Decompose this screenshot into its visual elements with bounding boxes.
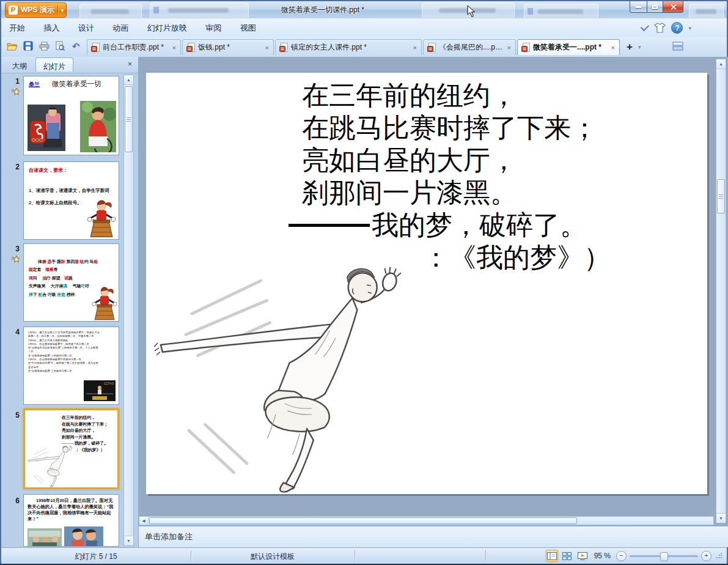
doc-tab-label: 微笑着承受一....ppt *: [533, 42, 608, 53]
slide-thumbnail-1[interactable]: 桑兰 微笑着承受一切: [23, 76, 119, 155]
menu-item-slideshow[interactable]: 幻灯片放映: [139, 18, 195, 34]
main-horizontal-scrollbar[interactable]: ◀: [139, 516, 714, 525]
minimize-button[interactable]: [630, 1, 647, 13]
doc-tab-label: 镇定的女主人课件.ppt *: [291, 42, 410, 53]
menu-item-insert[interactable]: 插入: [35, 18, 67, 34]
scroll-up-icon[interactable]: ▲: [716, 59, 726, 69]
doc-tab-4[interactable]: 《会摇尾巴的....ppt * ×: [423, 39, 516, 55]
vault-girl-clipart: [92, 287, 117, 320]
wps-app-button[interactable]: P WPS 演示 ▾: [5, 2, 67, 18]
tab-close-icon[interactable]: ×: [413, 44, 417, 51]
scroll-down-icon[interactable]: ▼: [124, 536, 133, 545]
photo-sanglan-wheelchair: [80, 101, 116, 152]
menu-item-design[interactable]: 设计: [70, 18, 102, 34]
doc-tab-3[interactable]: 镇定的女主人课件.ppt * ×: [275, 39, 422, 55]
slide-text-block[interactable]: 在三年前的纽约， 在跳马比赛时摔了下来； 亮如白昼的大厅， 刹那间一片漆黑。 我…: [302, 79, 611, 274]
close-button[interactable]: [663, 1, 683, 13]
panel-close-icon[interactable]: ×: [128, 60, 132, 68]
notes-area[interactable]: 单击添加备注: [139, 526, 728, 547]
background-tab-ghost: [79, 4, 142, 18]
tab-close-icon[interactable]: ×: [611, 44, 616, 51]
slide-indicator: 幻灯片 5 / 15: [1, 552, 191, 562]
help-icon[interactable]: ?: [671, 22, 683, 34]
menu-item-animation[interactable]: 动画: [105, 18, 136, 34]
tab-outline[interactable]: 大纲: [5, 59, 34, 73]
zoom-slider[interactable]: [630, 555, 698, 557]
slide-thumbnail-6[interactable]: 1998年10月30日，桑兰出院了。面对无数关心她的人，桑兰带着动人的微笑说：“…: [23, 494, 119, 547]
scroll-left-icon[interactable]: ◀: [139, 517, 149, 525]
menu-item-home[interactable]: 开始: [1, 18, 33, 34]
background-tab-ghost: [524, 4, 598, 18]
doc-tab-2[interactable]: 饭钱.ppt * ×: [182, 39, 274, 55]
wps-presentation-window: P WPS 演示 ▾ 微笑着承受一切课件.ppt * 开始 插入 设计 动画 幻…: [0, 0, 728, 565]
doc-tab-5-active[interactable]: 微笑着承受一....ppt * ×: [517, 39, 620, 55]
slide-number: 3: [7, 245, 20, 253]
template-name[interactable]: 默认设计模板: [191, 552, 355, 562]
thumb1-name: 桑兰: [29, 81, 40, 89]
em-dash-rule: [289, 224, 370, 227]
main-scrollbar-thumb[interactable]: [717, 179, 725, 213]
slide-thumbnail-5-selected[interactable]: 在三年前的纽约， 在跳马比赛时摔了下来； 亮如白昼的大厅， 刹那间一片漆黑。 —…: [23, 408, 119, 489]
zoom-slider-thumb[interactable]: [660, 552, 668, 561]
slide-canvas[interactable]: 在三年前的纽约， 在跳马比赛时摔了下来； 亮如白昼的大厅， 刹那间一片漆黑。 我…: [146, 73, 707, 494]
gymnast-sketch-small: [25, 443, 75, 487]
gymnast-sketch[interactable]: [147, 254, 410, 493]
tab-slides[interactable]: 幻灯片: [35, 57, 73, 72]
collapse-ribbon-icon[interactable]: [641, 23, 649, 31]
tab-close-icon[interactable]: ×: [172, 44, 177, 51]
menu-item-review[interactable]: 审阅: [197, 18, 229, 34]
new-tab-caret-icon[interactable]: ▾: [638, 44, 641, 50]
app-menu-caret-icon[interactable]: ▾: [61, 7, 64, 13]
ppt-file-icon: [279, 43, 288, 52]
slide-sorter-view-button[interactable]: [561, 550, 573, 562]
slide-line: 在三年前的纽约，: [302, 79, 611, 112]
open-file-button[interactable]: [6, 40, 18, 52]
window-controls: [630, 1, 683, 13]
notes-placeholder: 单击添加备注: [145, 531, 193, 542]
tab-close-icon[interactable]: ×: [265, 44, 270, 51]
panel-tabs: 大纲 幻灯片 ×: [1, 57, 138, 73]
print-preview-button[interactable]: [54, 40, 66, 52]
menu-item-view[interactable]: 视图: [232, 18, 264, 34]
resize-grip[interactable]: [716, 553, 722, 559]
save-button[interactable]: [22, 40, 34, 52]
normal-view-button[interactable]: [546, 550, 558, 562]
divider: [485, 550, 486, 561]
arrange-windows-icon[interactable]: [672, 42, 683, 53]
sidebar-scrollbar[interactable]: ▲ ▼: [123, 75, 134, 546]
horizontal-scrollbar-thumb[interactable]: [149, 517, 577, 524]
statusbar: 幻灯片 5 / 15 默认设计模板 95 % − +: [1, 547, 727, 564]
slide-thumbnail-2[interactable]: 自读课文，要求： 1、读准字音，读通课文，自学生字新词 2、给课文标上自然段号。: [23, 161, 119, 240]
editing-area: 在三年前的纽约， 在跳马比赛时摔了下来； 亮如白昼的大厅， 刹那间一片漆黑。 我…: [139, 57, 728, 547]
skin-theme-icon[interactable]: [654, 23, 666, 33]
sidebar-scrollbar-thumb[interactable]: [125, 86, 133, 152]
doc-tab-label: 饭钱.ppt *: [198, 42, 262, 53]
maximize-icon: [652, 5, 658, 9]
doc-tab-label: 《会摇尾巴的....ppt *: [439, 42, 504, 53]
help-caret-icon[interactable]: ▾: [688, 25, 691, 31]
scroll-down-icon[interactable]: ▼: [716, 513, 726, 523]
scroll-up-icon[interactable]: ▲: [124, 75, 133, 85]
svg-text:CCTV-5: CCTV-5: [104, 382, 114, 385]
maximize-button[interactable]: [647, 1, 663, 13]
doc-tab-1[interactable]: 前台工作职责.ppt * ×: [87, 39, 181, 55]
slide-dash-line: 我的梦，破碎了。: [289, 209, 611, 242]
slideshow-button[interactable]: [576, 550, 589, 562]
slide-number: 6: [7, 497, 20, 505]
zoom-out-button[interactable]: −: [616, 551, 627, 561]
undo-button[interactable]: ↶: [70, 40, 82, 52]
slide-thumbnail-4[interactable]: 1993年，桑兰在全国人口文化杯竞技体操比赛中，夺得女子全能第一名，跳马第一名，…: [23, 327, 119, 405]
tab-close-icon[interactable]: ×: [507, 44, 512, 51]
ppt-file-icon: [427, 43, 436, 52]
new-tab-button[interactable]: +: [622, 40, 637, 54]
slide-number: 4: [7, 328, 20, 336]
slide-number: 2: [7, 163, 20, 171]
slide-number: 5: [7, 411, 20, 419]
photo-smiling-women: [64, 526, 103, 547]
slide-thumbnail-3[interactable]: 体操 选手 国际 第四届 纽约 马箱 固定套 颈椎骨 询问 治疗 探望 试跳 失…: [23, 243, 119, 322]
thumb1-title: 微笑着承受一切: [52, 79, 101, 89]
zoom-in-button[interactable]: +: [701, 551, 711, 561]
main-vertical-scrollbar[interactable]: ▲ ▼: [716, 59, 726, 523]
print-button[interactable]: [38, 40, 50, 52]
thumb2-heading: 自读课文，要求：: [29, 167, 68, 174]
